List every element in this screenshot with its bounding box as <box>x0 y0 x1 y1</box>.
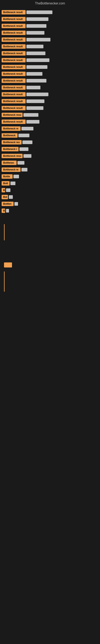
result-bar <box>26 65 48 69</box>
result-bar <box>9 195 13 199</box>
result-bar <box>26 45 43 48</box>
result-bar <box>26 10 52 14</box>
result-row: Bottleneck result <box>0 22 100 30</box>
result-bar <box>26 17 49 21</box>
result-row: Bottleneck re <box>0 125 100 132</box>
result-row: Bottleneck result <box>0 50 100 57</box>
result-bar <box>26 120 39 124</box>
result-row: Bottlenec <box>0 160 100 166</box>
result-bar <box>26 100 44 103</box>
bottleneck-badge: Bottleneck result <box>1 99 26 104</box>
small-badge-1 <box>4 262 12 268</box>
result-bar <box>10 182 15 185</box>
bottleneck-badge: Bottleneck resu <box>1 154 23 158</box>
result-row: Bottleneck result <box>0 91 100 98</box>
result-row: Bottleneck result <box>0 36 100 43</box>
result-bar <box>26 79 47 82</box>
result-bar <box>18 134 29 137</box>
result-row: Bott <box>0 180 100 187</box>
bottleneck-badge: Bottleneck result <box>1 17 26 21</box>
result-row: Bottleneck result <box>0 30 100 36</box>
result-bar <box>26 106 43 110</box>
bottleneck-badge: Bottleneck result <box>1 44 26 49</box>
result-bar <box>22 140 32 144</box>
site-title: TheBottlenecker.com <box>0 0 100 7</box>
result-bar <box>26 24 47 28</box>
bottleneck-badge: Bottleneck result <box>1 85 26 90</box>
result-bar <box>17 161 24 164</box>
result-row: Bottle <box>0 173 100 180</box>
bottleneck-badge: Bottleneck r <box>1 147 19 151</box>
result-row: Bottleneck result <box>0 9 100 16</box>
bottleneck-badge: Bottleneck result <box>1 30 26 35</box>
result-bar <box>26 86 40 89</box>
bottleneck-badge: Bottleneck result <box>1 24 26 28</box>
result-bar <box>23 154 31 158</box>
result-row: Bot <box>0 194 100 200</box>
result-bar <box>21 127 33 130</box>
result-row: Bottleneck result <box>0 84 100 91</box>
result-row: Bottleneck r <box>0 146 100 152</box>
result-row: Bottleneck result <box>0 70 100 77</box>
result-bar <box>26 58 50 62</box>
result-bar <box>26 72 42 76</box>
result-row: Bottleneck result <box>0 98 100 105</box>
bottleneck-badge: Bott <box>1 181 10 186</box>
bottleneck-badge: Bottlen <box>1 202 14 206</box>
bottleneck-badge: Bottlenec <box>1 160 17 165</box>
bottleneck-badge: Bottleneck <box>1 133 18 138</box>
bottleneck-badge: Bot <box>1 195 8 199</box>
result-row: B <box>0 187 100 194</box>
bottleneck-badge: Bottle <box>1 174 13 179</box>
result-row: Bottleneck result <box>0 43 100 50</box>
result-row: Bottleneck result <box>0 118 100 125</box>
result-bar <box>26 38 50 42</box>
vertical-bar-1 <box>4 224 4 240</box>
result-bar <box>26 92 49 96</box>
result-row: Bottleneck res <box>0 139 100 146</box>
bottleneck-badge: Bottleneck result <box>1 65 26 69</box>
bottleneck-badge: B <box>1 188 5 192</box>
bottleneck-badge: B <box>1 208 5 213</box>
result-bar <box>23 113 38 117</box>
bottleneck-badge: Bottleneck result <box>1 51 26 56</box>
result-row: Bottleneck result <box>0 77 100 84</box>
bottleneck-badge: Bottleneck re <box>1 126 21 131</box>
result-row: Bottleneck result <box>0 16 100 22</box>
result-row: B <box>0 207 100 214</box>
result-bar <box>14 202 18 206</box>
bottleneck-badge: Bottleneck result <box>1 106 26 110</box>
bottleneck-badge: Bottleneck resu <box>1 113 23 117</box>
result-row: Bottleneck re <box>0 166 100 173</box>
result-row: Bottleneck result <box>0 57 100 64</box>
bottleneck-badge: Bottleneck result <box>1 92 26 96</box>
result-row: Bottleneck <box>0 132 100 139</box>
result-row: Bottleneck result <box>0 64 100 70</box>
results-container: Bottleneck resultBottleneck resultBottle… <box>0 7 100 216</box>
bottleneck-badge: Bottleneck result <box>1 78 26 83</box>
result-bar <box>19 147 28 151</box>
bottleneck-badge: Bottleneck result <box>1 10 26 14</box>
bottleneck-badge: Bottleneck result <box>1 72 26 76</box>
result-row: Bottleneck resu <box>0 152 100 160</box>
bottleneck-badge: Bottleneck res <box>1 140 22 144</box>
bottleneck-badge: Bottleneck result <box>1 120 26 124</box>
result-bar <box>26 31 44 34</box>
bottleneck-badge: Bottleneck result <box>1 58 26 62</box>
vertical-bar-2 <box>4 272 4 292</box>
result-bar <box>6 209 9 212</box>
result-row: Bottleneck result <box>0 105 100 112</box>
bottleneck-badge: Bottleneck re <box>1 168 21 172</box>
result-bar <box>6 188 10 192</box>
result-bar <box>21 168 27 172</box>
result-bar <box>26 52 46 55</box>
bottleneck-badge: Bottleneck result <box>1 38 26 42</box>
result-bar <box>13 175 19 178</box>
result-row: Bottleneck resu <box>0 112 100 118</box>
result-row: Bottlen <box>0 200 100 207</box>
